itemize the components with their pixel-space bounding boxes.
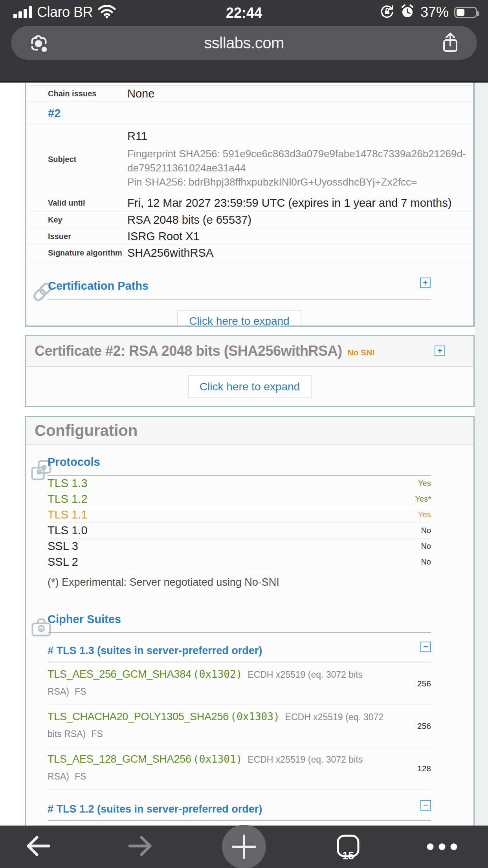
page-right-gutter xyxy=(475,83,488,826)
certificate2-card: Certificate #2: RSA 2048 bits (SHA256wit… xyxy=(25,335,475,407)
row-label: Issuer xyxy=(48,232,127,241)
suite-text: TLS_AES_128_GCM_SHA256 (0x1301)ECDH x255… xyxy=(48,751,403,785)
expand-button-wrap: Click here to expand xyxy=(26,375,473,398)
suite-code: (0x1303) xyxy=(230,711,279,723)
suite-name: TLS_AES_256_GCM_SHA384 xyxy=(48,668,191,680)
protocol-value: Yes xyxy=(418,479,431,488)
row-value: ISRG Root X1 xyxy=(127,230,200,243)
certificate-detail-card: Chain issues None #2 Subject R11 Fingerp… xyxy=(25,83,475,327)
row-label: Key xyxy=(48,215,127,224)
cipher-suite-row: TLS_AES_256_GCM_SHA384 (0x1302)ECDH x255… xyxy=(48,662,431,705)
table-row: Signature algorithm SHA256withRSA xyxy=(26,245,473,261)
row-value: Fri, 12 Mar 2027 23:59:59 UTC (expires i… xyxy=(127,197,451,210)
configuration-title: Configuration xyxy=(35,422,138,440)
suite-name: TLS_CHACHA20_POLY1305_SHA256 xyxy=(48,711,229,723)
subject-value: R11 Fingerprint SHA256: 591e9ce6c863d3a0… xyxy=(127,130,466,189)
subject-name: R11 xyxy=(127,130,466,143)
group-title: # TLS 1.2 (suites in server-preferred or… xyxy=(48,803,262,815)
cipher-suite-row: TLS_CHACHA20_POLY1305_SHA256 (0x1303)ECD… xyxy=(48,705,431,747)
camera-lens-icon[interactable] xyxy=(27,31,50,56)
suite-code: (0x1301) xyxy=(193,753,242,765)
certificate2-header: Certificate #2: RSA 2048 bits (SHA256wit… xyxy=(26,336,473,367)
protocol-name: TLS 1.3 xyxy=(48,477,88,490)
fingerprint-line: de795211361024ae31a44 xyxy=(127,161,466,175)
expand-plus-icon[interactable]: + xyxy=(435,346,445,356)
status-bar: Claro BR 22:44 xyxy=(0,0,488,24)
cipher-suites-section: Cipher Suites # TLS 1.3 (suites in serve… xyxy=(26,613,473,826)
protocols-section: Protocols TLS 1.3 Yes TLS 1.2 Yes* TLS 1… xyxy=(26,456,473,588)
suite-name: TLS_AES_128_GCM_SHA256 xyxy=(48,753,191,765)
collapse-minus-icon[interactable]: − xyxy=(420,642,431,652)
suite-fs-flag: FS xyxy=(75,686,86,697)
protocol-value: Yes* xyxy=(415,495,431,504)
protocol-name: TLS 1.0 xyxy=(48,524,88,537)
table-row: Subject R11 Fingerprint SHA256: 591e9ce6… xyxy=(26,125,473,194)
protocol-value: No xyxy=(421,557,431,566)
browser-chrome-top: Claro BR 22:44 xyxy=(0,0,488,83)
expand-button-wrap: Click here to expand xyxy=(48,310,431,327)
certification-paths-section: Certification Paths + Click here to expa… xyxy=(26,280,473,327)
suite-text: TLS_AES_256_GCM_SHA384 (0x1302)ECDH x255… xyxy=(48,666,403,701)
suite-code: (0x1302) xyxy=(193,668,242,680)
certification-paths-title[interactable]: Certification Paths xyxy=(48,280,149,292)
web-page-content: Chain issues None #2 Subject R11 Fingerp… xyxy=(0,83,488,826)
collapse-minus-icon[interactable]: − xyxy=(420,800,431,811)
protocol-row: SSL 3 No xyxy=(48,539,431,554)
share-icon[interactable] xyxy=(439,31,461,56)
protocols-title[interactable]: Protocols xyxy=(48,456,100,469)
protocol-name: TLS 1.1 xyxy=(48,508,88,521)
status-right-cluster: 37% xyxy=(380,4,477,20)
browser-toolbar: 15 xyxy=(0,826,488,868)
suite-strength: 256 xyxy=(403,679,431,688)
protocol-name: SSL 3 xyxy=(48,540,78,553)
tls13-group-heading: # TLS 1.3 (suites in server-preferred or… xyxy=(48,645,431,662)
address-bar[interactable]: ssllabs.com xyxy=(11,26,477,60)
no-sni-badge: No SNI xyxy=(347,348,374,357)
table-row: Valid until Fri, 12 Mar 2027 23:59:59 UT… xyxy=(26,194,473,212)
protocol-name: TLS 1.2 xyxy=(48,493,88,506)
url-text[interactable]: ssllabs.com xyxy=(11,34,477,52)
row-label: Valid until xyxy=(48,199,127,208)
expand-plus-icon[interactable]: + xyxy=(420,278,431,288)
row-label: Chain issues xyxy=(48,89,127,98)
row-value: RSA 2048 bits (e 65537) xyxy=(127,213,251,226)
table-row: #2 xyxy=(26,102,473,125)
row-label: Signature algorithm xyxy=(48,248,127,257)
back-button[interactable] xyxy=(23,833,53,861)
row-value: None xyxy=(127,87,154,100)
row-label: Subject xyxy=(48,155,127,164)
protocol-name: SSL 2 xyxy=(48,555,78,568)
alarm-clock-icon xyxy=(400,4,415,20)
new-tab-button[interactable] xyxy=(222,825,266,868)
cipher-suites-title[interactable]: Cipher Suites xyxy=(48,613,121,626)
certificate2-title: Certificate #2: RSA 2048 bits (SHA256wit… xyxy=(35,343,342,359)
suite-fs-flag: FS xyxy=(91,729,103,739)
cert-number-link[interactable]: #2 xyxy=(48,107,61,120)
expand-button[interactable]: Click here to expand xyxy=(177,310,301,327)
row-value: SHA256withRSA xyxy=(127,246,213,259)
section-heading: Certification Paths + xyxy=(48,280,431,300)
configuration-card: Configuration Protocols TLS 1.3 Yes xyxy=(25,416,475,826)
experimental-note: (*) Experimental: Server negotiated usin… xyxy=(48,576,431,588)
battery-icon xyxy=(454,7,477,18)
more-menu-button[interactable] xyxy=(427,844,457,850)
battery-percent-label: 37% xyxy=(420,4,449,20)
rotation-lock-icon xyxy=(380,4,394,20)
protocol-row: TLS 1.0 No xyxy=(48,523,431,539)
suite-text: TLS_CHACHA20_POLY1305_SHA256 (0x1303)ECD… xyxy=(48,709,403,743)
group-title: # TLS 1.3 (suites in server-preferred or… xyxy=(48,645,262,657)
cipher-suite-row: TLS_AES_128_GCM_SHA256 (0x1301)ECDH x255… xyxy=(48,747,431,790)
table-row: Chain issues None xyxy=(26,85,473,102)
ellipsis-icon xyxy=(427,844,457,850)
protocol-row: TLS 1.2 Yes* xyxy=(48,491,431,507)
configuration-header: Configuration xyxy=(26,417,473,445)
plus-icon[interactable] xyxy=(222,825,266,868)
forward-button[interactable] xyxy=(126,833,156,861)
protocol-row: TLS 1.3 Yes xyxy=(48,476,431,491)
suite-strength: 256 xyxy=(403,721,431,731)
pin-line: Pin SHA256: bdrBhpj38ffhxpubzkINl0rG+Uyo… xyxy=(127,175,466,189)
expand-button[interactable]: Click here to expand xyxy=(188,375,312,398)
section-heading: Protocols xyxy=(48,456,431,476)
protocol-value: No xyxy=(421,526,431,535)
tabs-button[interactable]: 15 xyxy=(336,834,360,860)
